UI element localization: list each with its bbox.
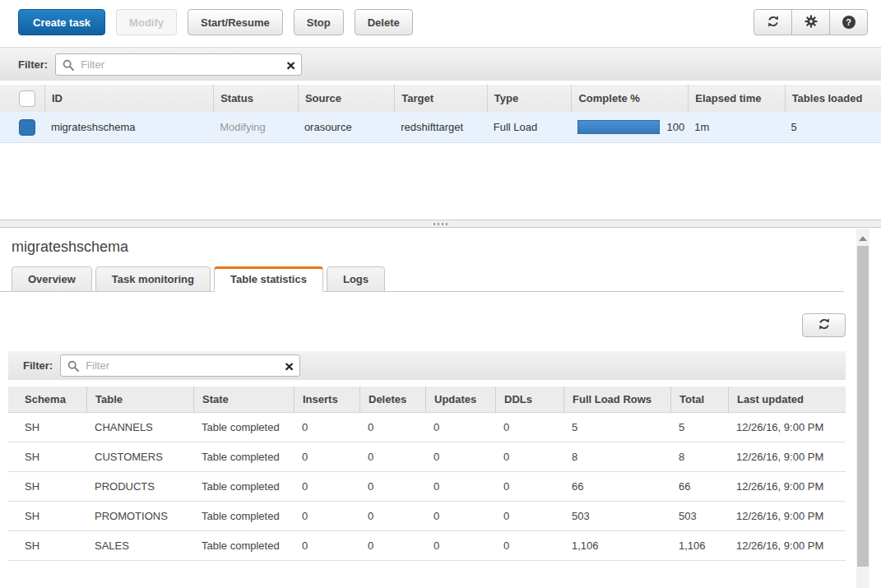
tab-task-monitoring[interactable]: Task monitoring	[95, 266, 211, 292]
table-cell: SALES	[86, 531, 193, 560]
column-header-total[interactable]: Total	[670, 387, 728, 412]
total-cell: 1,106	[670, 531, 728, 560]
ddls-cell: 0	[495, 472, 563, 501]
total-cell: 66	[670, 472, 728, 501]
tab-logs[interactable]: Logs	[327, 266, 385, 292]
column-header-tables-loaded[interactable]: Tables loaded	[785, 85, 881, 112]
deletes-cell: 0	[359, 413, 425, 442]
task-type-cell: Full Load	[487, 112, 572, 142]
column-header-deletes[interactable]: Deletes	[359, 387, 425, 412]
tasks-filter-input[interactable]	[81, 54, 280, 75]
total-cell: 8	[670, 442, 728, 471]
refresh-button[interactable]	[753, 9, 792, 35]
refresh-icon	[818, 317, 831, 333]
column-header-elapsed[interactable]: Elapsed time	[688, 85, 784, 112]
table-cell: PRODUCTS	[86, 472, 193, 501]
pane-splitter[interactable]	[0, 220, 881, 228]
column-header-complete[interactable]: Complete %	[571, 85, 688, 112]
inserts-cell: 0	[294, 442, 359, 471]
clear-filter-icon[interactable]: ×	[286, 55, 295, 76]
clear-filter-icon[interactable]: ×	[285, 356, 294, 377]
ddls-cell: 0	[495, 413, 563, 442]
task-id-cell: migrateshschema	[44, 112, 213, 142]
column-header-full-load-rows[interactable]: Full Load Rows	[563, 387, 670, 412]
column-header-inserts[interactable]: Inserts	[294, 387, 359, 412]
stats-filter-input[interactable]	[86, 355, 278, 376]
refresh-statistics-button[interactable]	[802, 313, 846, 337]
state-cell: Table completed	[193, 531, 294, 560]
deletes-cell: 0	[359, 442, 425, 471]
search-icon	[63, 59, 75, 74]
gear-icon	[804, 15, 818, 30]
schema-cell: SH	[8, 472, 86, 501]
schema-cell: SH	[8, 531, 86, 560]
table-row[interactable]: SH CHANNELS Table completed 0 0 0 0 5 5 …	[8, 413, 846, 442]
toolbar-icon-group: ?	[753, 9, 868, 35]
last-updated-cell: 12/26/16, 9:00 PM	[728, 531, 846, 560]
last-updated-cell: 12/26/16, 9:00 PM	[728, 442, 846, 471]
filter-label: Filter:	[18, 58, 48, 71]
inserts-cell: 0	[294, 472, 359, 501]
refresh-icon	[767, 15, 780, 30]
task-elapsed-cell: 1m	[688, 112, 784, 142]
ddls-cell: 0	[495, 502, 563, 530]
table-row[interactable]: SH PRODUCTS Table completed 0 0 0 0 66 6…	[8, 472, 846, 502]
last-updated-cell: 12/26/16, 9:00 PM	[728, 472, 846, 501]
stats-filter-box: ×	[60, 354, 300, 377]
tab-table-statistics[interactable]: Table statistics	[214, 266, 323, 292]
task-target-cell: redshifttarget	[394, 112, 486, 142]
table-row[interactable]: SH PROMOTIONS Table completed 0 0 0 0 50…	[8, 502, 846, 531]
table-row[interactable]: migrateshschema Modifying orasource reds…	[0, 112, 881, 143]
tasks-table: ID Status Source Target Type Complete % …	[0, 85, 881, 143]
progress-value: 100	[666, 121, 684, 133]
delete-button[interactable]: Delete	[355, 9, 413, 35]
column-header-target[interactable]: Target	[394, 85, 487, 112]
column-header-ddls[interactable]: DDLs	[495, 387, 563, 412]
full-load-rows-cell: 1,106	[563, 531, 670, 560]
detail-tabs: Overview Task monitoring Table statistic…	[0, 266, 844, 292]
updates-cell: 0	[425, 502, 495, 530]
task-complete-cell: 100	[571, 112, 688, 142]
column-header-id[interactable]: ID	[44, 85, 213, 112]
tab-overview[interactable]: Overview	[12, 266, 92, 292]
table-row[interactable]: SH CUSTOMERS Table completed 0 0 0 0 8 8…	[8, 442, 846, 472]
updates-cell: 0	[425, 531, 495, 560]
help-icon: ?	[842, 16, 855, 29]
column-header-status[interactable]: Status	[213, 85, 298, 112]
scrollbar-thumb[interactable]	[857, 246, 869, 567]
task-detail-pane: migrateshschema Overview Task monitoring…	[0, 238, 881, 588]
settings-button[interactable]	[791, 9, 830, 35]
column-header-table[interactable]: Table	[86, 387, 193, 412]
deletes-cell: 0	[359, 472, 425, 501]
task-toolbar: Create task Modify Start/Resume Stop Del…	[18, 9, 868, 35]
vertical-scrollbar[interactable]	[856, 229, 869, 588]
task-status-cell: Modifying	[213, 112, 298, 142]
full-load-rows-cell: 8	[563, 442, 670, 471]
column-header-schema[interactable]: Schema	[8, 387, 86, 412]
create-task-button[interactable]: Create task	[18, 9, 105, 35]
inserts-cell: 0	[294, 502, 359, 530]
column-header-updates[interactable]: Updates	[425, 387, 495, 412]
table-row[interactable]: SH SALES Table completed 0 0 0 0 1,106 1…	[8, 531, 846, 561]
updates-cell: 0	[425, 442, 495, 471]
last-updated-cell: 12/26/16, 9:00 PM	[728, 413, 846, 442]
column-header-last-updated[interactable]: Last updated	[728, 387, 846, 412]
row-checkbox[interactable]	[19, 119, 35, 136]
column-header-type[interactable]: Type	[487, 85, 572, 112]
stats-filter-bar: Filter: ×	[8, 351, 846, 380]
row-select-cell	[0, 112, 44, 142]
start-resume-button[interactable]: Start/Resume	[188, 9, 283, 35]
scroll-up-icon[interactable]	[859, 236, 867, 241]
total-cell: 503	[670, 502, 728, 530]
splitter-grip-icon	[434, 223, 435, 225]
stop-button[interactable]: Stop	[294, 9, 344, 35]
column-header-source[interactable]: Source	[298, 85, 394, 112]
updates-cell: 0	[425, 472, 495, 501]
help-button[interactable]: ?	[829, 9, 868, 35]
column-header-state[interactable]: State	[193, 387, 294, 412]
filter-label: Filter:	[23, 359, 53, 372]
tasks-filter-box: ×	[55, 53, 302, 76]
task-source-cell: orasource	[298, 112, 394, 142]
select-all-checkbox[interactable]	[19, 90, 35, 107]
ddls-cell: 0	[495, 531, 563, 560]
